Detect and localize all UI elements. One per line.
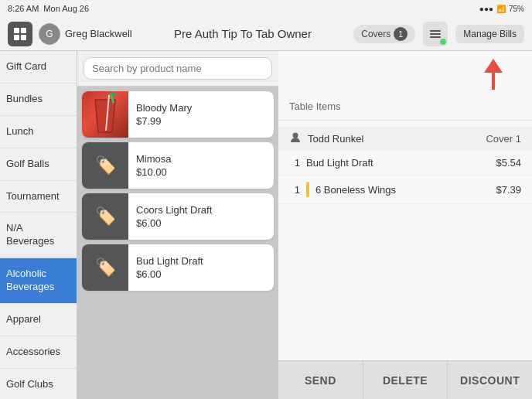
arrow-shaft bbox=[492, 73, 495, 90]
svg-rect-6 bbox=[430, 36, 441, 38]
up-arrow bbox=[484, 59, 503, 90]
product-image-mimosa: 🏷️ bbox=[82, 142, 128, 189]
sidebar-item-accessories[interactable]: Accessories bbox=[0, 336, 77, 369]
status-dot bbox=[440, 39, 446, 45]
nav-user[interactable]: G Greg Blackwell bbox=[39, 23, 132, 45]
covers-label: Covers bbox=[361, 29, 390, 39]
svg-rect-4 bbox=[430, 30, 441, 32]
nav-right: Covers 1 Manage Bills bbox=[353, 22, 524, 46]
bill-item-name-1: 6 Boneless Wings bbox=[315, 184, 489, 196]
product-name-bud-light: Bud Light Draft bbox=[136, 255, 266, 267]
arrow-container bbox=[278, 51, 532, 93]
product-info-coors-light: Coors Light Draft $6.00 bbox=[128, 198, 274, 235]
status-left: 8:26 AM Mon Aug 26 bbox=[8, 4, 89, 13]
product-price-mimosa: $10.00 bbox=[136, 166, 266, 178]
product-area: Bloody Mary $7.99 🏷️ Mimosa $10.00 🏷️ bbox=[77, 51, 278, 399]
product-price-bloody-mary: $7.99 bbox=[136, 115, 266, 127]
sidebar-item-apparel[interactable]: Apparel bbox=[0, 304, 77, 336]
nav-bar: G Greg Blackwell Pre Auth Tip To Tab Own… bbox=[0, 17, 532, 51]
action-bar: SEND DELETE DISCOUNT bbox=[278, 360, 532, 399]
product-info-bud-light: Bud Light Draft $6.00 bbox=[128, 249, 274, 286]
search-bar bbox=[77, 51, 278, 87]
sidebar-item-alcoholic-beverages[interactable]: Alcoholic Beverages bbox=[0, 258, 77, 304]
product-image-bud-light: 🏷️ bbox=[82, 244, 128, 291]
send-button[interactable]: SEND bbox=[278, 361, 363, 399]
status-day: Mon Aug 26 bbox=[43, 4, 89, 13]
svg-rect-5 bbox=[430, 33, 441, 35]
bill-item-0[interactable]: 1 Bud Light Draft $5.54 bbox=[278, 151, 532, 176]
product-card-coors-light[interactable]: 🏷️ Coors Light Draft $6.00 bbox=[82, 193, 274, 240]
svg-point-12 bbox=[293, 133, 298, 138]
nav-title: Pre Auth Tip To Tab Owner bbox=[138, 27, 348, 40]
bill-item-price-0: $5.54 bbox=[496, 157, 521, 169]
table-items-header: Table Items bbox=[278, 93, 532, 121]
battery-indicator: 75% bbox=[509, 5, 524, 13]
sidebar-item-na-beverages[interactable]: N/A Beverages bbox=[0, 213, 77, 258]
discount-button[interactable]: DISCOUNT bbox=[448, 361, 532, 399]
search-input[interactable] bbox=[84, 57, 272, 80]
sidebar: Gift Card Bundles Lunch Golf Balls Tourn… bbox=[0, 51, 77, 399]
svg-rect-0 bbox=[14, 28, 19, 33]
tag-icon-bud: 🏷️ bbox=[90, 252, 121, 283]
bill-item-qty-1: 1 bbox=[289, 184, 300, 196]
user-icon bbox=[289, 131, 302, 146]
status-bar: 8:26 AM Mon Aug 26 ●●● 📶 75% bbox=[0, 0, 532, 17]
tag-icon-coors: 🏷️ bbox=[90, 201, 121, 232]
sidebar-item-tournament[interactable]: Tournament bbox=[0, 181, 77, 213]
svg-rect-3 bbox=[21, 35, 26, 40]
right-panel: Table Items Todd Runkel Cover 1 1 Bud Li… bbox=[278, 51, 532, 399]
status-time: 8:26 AM bbox=[8, 4, 39, 13]
bill-item-qty-0: 1 bbox=[289, 157, 300, 169]
bill-user-row: Todd Runkel Cover 1 bbox=[278, 127, 532, 151]
sidebar-item-golf-balls[interactable]: Golf Balls bbox=[0, 148, 77, 181]
product-price-coors-light: $6.00 bbox=[136, 217, 266, 229]
status-right: ●●● 📶 75% bbox=[479, 5, 524, 13]
signal-icon: ●●● bbox=[479, 5, 493, 13]
product-name-bloody-mary: Bloody Mary bbox=[136, 102, 266, 114]
product-list: Bloody Mary $7.99 🏷️ Mimosa $10.00 🏷️ bbox=[77, 87, 278, 295]
sidebar-item-golf-clubs[interactable]: Golf Clubs bbox=[0, 369, 77, 399]
bill-user-name: Todd Runkel bbox=[308, 133, 479, 145]
product-info-bloody-mary: Bloody Mary $7.99 bbox=[128, 96, 274, 133]
sidebar-item-gift-card[interactable]: Gift Card bbox=[0, 51, 77, 84]
product-name-coors-light: Coors Light Draft bbox=[136, 204, 266, 216]
svg-rect-1 bbox=[21, 28, 26, 33]
username: Greg Blackwell bbox=[65, 28, 132, 39]
covers-badge[interactable]: Covers 1 bbox=[353, 25, 415, 43]
sidebar-item-bundles[interactable]: Bundles bbox=[0, 84, 77, 116]
bill-item-name-0: Bud Light Draft bbox=[306, 157, 489, 169]
avatar: G bbox=[39, 23, 60, 45]
main-content: Gift Card Bundles Lunch Golf Balls Tourn… bbox=[0, 51, 532, 399]
sidebar-item-lunch[interactable]: Lunch bbox=[0, 116, 77, 148]
svg-rect-2 bbox=[14, 35, 19, 40]
delete-button[interactable]: DELETE bbox=[363, 361, 448, 399]
wifi-icon: 📶 bbox=[496, 5, 506, 13]
product-name-mimosa: Mimosa bbox=[136, 153, 266, 165]
tag-icon-mimosa: 🏷️ bbox=[90, 150, 121, 181]
flag-icon bbox=[306, 182, 309, 197]
nav-icon-button[interactable] bbox=[423, 22, 448, 46]
product-card-bloody-mary[interactable]: Bloody Mary $7.99 bbox=[82, 91, 274, 138]
bill-item-1[interactable]: 1 6 Boneless Wings $7.39 bbox=[278, 176, 532, 204]
product-image-coors-light: 🏷️ bbox=[82, 193, 128, 240]
manage-bills-button[interactable]: Manage Bills bbox=[455, 25, 524, 43]
bill-section: Todd Runkel Cover 1 1 Bud Light Draft $5… bbox=[278, 121, 532, 360]
bill-cover-label: Cover 1 bbox=[486, 133, 521, 145]
covers-count: 1 bbox=[394, 27, 408, 41]
product-price-bud-light: $6.00 bbox=[136, 268, 266, 280]
product-card-mimosa[interactable]: 🏷️ Mimosa $10.00 bbox=[82, 142, 274, 189]
app-logo[interactable] bbox=[8, 22, 32, 46]
arrow-head bbox=[484, 59, 503, 73]
product-info-mimosa: Mimosa $10.00 bbox=[128, 147, 274, 184]
product-image-bloody-mary bbox=[82, 91, 128, 138]
product-card-bud-light[interactable]: 🏷️ Bud Light Draft $6.00 bbox=[82, 244, 274, 291]
bill-item-price-1: $7.39 bbox=[496, 184, 521, 196]
